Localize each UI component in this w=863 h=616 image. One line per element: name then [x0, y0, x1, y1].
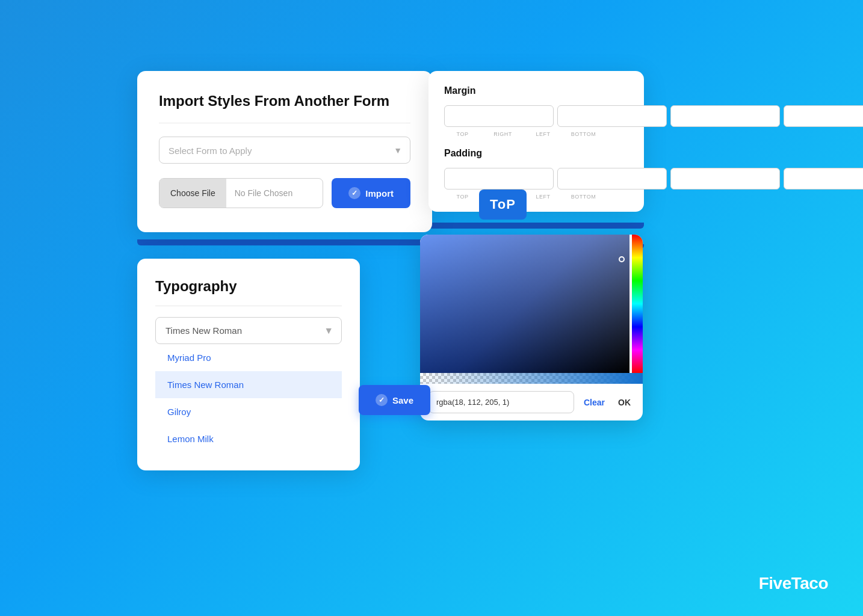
alpha-bar[interactable] — [420, 373, 643, 384]
color-picker-dot — [619, 256, 625, 262]
padding-bottom-input[interactable] — [784, 168, 863, 189]
padding-left-input[interactable] — [670, 168, 780, 189]
fivetaco-logo: FiveTaco — [759, 574, 828, 593]
import-card: Import Styles From Another Form Select F… — [137, 71, 432, 232]
check-icon: ✓ — [348, 187, 360, 199]
margin-labels: TOP RIGHT LEFT BOTTOM — [444, 131, 628, 137]
color-value-input[interactable] — [428, 391, 574, 413]
margin-inputs — [444, 105, 628, 128]
margin-bottom-label: BOTTOM — [565, 131, 602, 137]
font-option-myriad-pro[interactable]: Myriad Pro — [155, 344, 342, 371]
color-gradient — [420, 235, 629, 373]
clear-button[interactable]: Clear — [580, 398, 608, 407]
typography-divider — [155, 306, 342, 306]
fivetaco-taco: Taco — [791, 574, 828, 593]
font-option-gilroy[interactable]: Gilroy — [155, 398, 342, 425]
margin-section: Margin TOP RIGHT LEFT BOTTOM — [444, 85, 628, 137]
padding-bottom-label: BOTTOM — [565, 194, 602, 200]
import-card-title: Import Styles From Another Form — [159, 93, 410, 109]
save-check-icon: ✓ — [376, 394, 388, 406]
margin-right-label: RIGHT — [484, 131, 521, 137]
margin-left-input[interactable] — [670, 105, 780, 127]
import-button-label: Import — [365, 188, 394, 199]
padding-top-input[interactable] — [444, 168, 554, 189]
margin-top-label: TOP — [444, 131, 481, 137]
color-canvas[interactable] — [420, 235, 643, 373]
font-option-lemon-milk[interactable]: Lemon Milk — [155, 425, 342, 452]
margin-padding-card: Margin TOP RIGHT LEFT BOTTOM Padding — [428, 71, 644, 212]
font-select-wrapper: Times New Roman Myriad Pro Gilroy Lemon … — [155, 317, 342, 344]
select-form-wrapper: Select Form to Apply ▼ — [159, 137, 410, 164]
padding-section: Padding TOP RIGHT LEFT BOTTOM — [444, 148, 628, 200]
color-picker-card: Clear OK — [420, 235, 643, 420]
alpha-overlay — [420, 373, 643, 384]
margin-bottom-input[interactable] — [784, 105, 863, 127]
save-button-label: Save — [392, 395, 413, 405]
file-input-area: Choose File No File Chosen — [159, 178, 323, 208]
import-card-bottom-bar — [137, 239, 432, 245]
top-label-badge: ToP — [479, 189, 527, 220]
padding-left-label: LEFT — [525, 194, 561, 200]
font-dropdown-list: Myriad Pro Times New Roman Gilroy Lemon … — [155, 344, 342, 452]
padding-inputs — [444, 167, 628, 190]
margin-left-label: LEFT — [525, 131, 561, 137]
import-button[interactable]: ✓ Import — [332, 178, 410, 208]
typography-title: Typography — [155, 278, 342, 295]
margin-title: Margin — [444, 85, 628, 96]
file-row: Choose File No File Chosen ✓ Import — [159, 178, 410, 208]
save-button[interactable]: ✓ Save — [359, 385, 430, 415]
padding-title: Padding — [444, 148, 628, 159]
margin-right-input[interactable] — [557, 105, 667, 127]
choose-file-button[interactable]: Choose File — [159, 179, 226, 208]
no-file-label: No File Chosen — [226, 188, 302, 198]
padding-top-label: TOP — [444, 194, 481, 200]
margin-top-input[interactable] — [444, 105, 554, 127]
import-divider — [159, 123, 410, 123]
margin-card-bottom-bar — [428, 223, 644, 229]
padding-labels: TOP RIGHT LEFT BOTTOM — [444, 194, 628, 200]
padding-right-input[interactable] — [557, 168, 667, 189]
font-select-dropdown[interactable]: Times New Roman Myriad Pro Gilroy Lemon … — [155, 317, 342, 344]
hue-slider[interactable] — [632, 235, 643, 373]
font-option-times-new-roman[interactable]: Times New Roman — [155, 371, 342, 398]
select-form-dropdown[interactable] — [159, 137, 410, 164]
color-picker-bottom: Clear OK — [420, 384, 643, 420]
ok-button[interactable]: OK — [614, 398, 634, 407]
fivetaco-five: Five — [759, 574, 791, 593]
typography-card: Typography Times New Roman Myriad Pro Gi… — [137, 259, 360, 470]
